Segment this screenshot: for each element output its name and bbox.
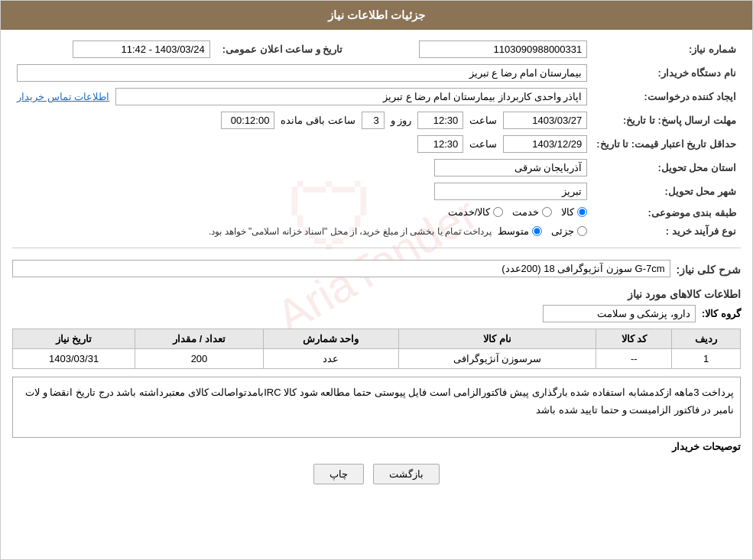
process-label: نوع فرآیند خرید : — [592, 222, 741, 240]
province-label: استان محل تحویل: — [592, 156, 741, 180]
need-desc-label: شرح کلی نیاز: — [677, 264, 741, 276]
price-time-label: ساعت — [469, 138, 497, 150]
buyer-org-value: بیمارستان امام رضا ع تبریز — [17, 64, 587, 82]
button-bar: بازگشت چاپ — [12, 464, 741, 484]
cell-qty: 200 — [135, 349, 264, 369]
process-note: پرداخت تمام یا بخشی از مبلغ خرید، از محل… — [209, 226, 492, 237]
col-code: کد کالا — [596, 329, 672, 349]
col-unit: واحد شمارش — [263, 329, 398, 349]
process-option-jozii[interactable]: جزئی — [551, 225, 587, 237]
col-name: نام کالا — [398, 329, 596, 349]
category-option-khadamat[interactable]: خدمت — [512, 206, 552, 218]
cell-row: 1 — [672, 349, 741, 369]
city-label: شهر محل تحویل: — [592, 180, 741, 203]
cell-name: سرسوزن آنژیوگرافی — [398, 349, 596, 369]
category-radio-kala[interactable] — [577, 207, 587, 217]
buyer-notes-box: پرداخت 3ماهه ازکدمشابه استفاده شده بارگذ… — [12, 377, 741, 438]
category-radio-group: کالا خدمت کالا/خدمت — [448, 206, 588, 218]
announce-date-label: تاریخ و ساعت اعلان عمومی: — [215, 37, 348, 61]
category-radio-both[interactable] — [493, 207, 503, 217]
category-label-khadamat: خدمت — [512, 206, 539, 218]
requester-label: ایجاد کننده درخواست: — [592, 85, 741, 108]
process-radio-jozii[interactable] — [577, 226, 587, 236]
buyer-org-label: نام دستگاه خریدار: — [592, 61, 741, 85]
page-header: جزئیات اطلاعات نیاز — [1, 1, 752, 30]
requester-value: اپاذر واحدی کاربرداز بیمارستان امام رضا … — [115, 88, 587, 105]
buyer-notes-text: پرداخت 3ماهه ازکدمشابه استفاده شده بارگذ… — [25, 387, 734, 416]
category-option-kala[interactable]: کالا — [561, 206, 587, 218]
reply-time-label: ساعت — [469, 115, 497, 126]
table-row: 1 -- سرسوزن آنژیوگرافی عدد 200 1403/03/3… — [13, 349, 741, 369]
col-qty: تعداد / مقدار — [135, 329, 264, 349]
cell-unit: عدد — [263, 349, 398, 369]
process-option-motavaset[interactable]: متوسط — [498, 225, 542, 237]
announce-date-value: 1403/03/24 - 11:42 — [73, 40, 210, 58]
back-button[interactable]: بازگشت — [373, 464, 440, 484]
col-date: تاریخ نیاز — [13, 329, 135, 349]
buyer-notes-label: توصیحات خریدار — [12, 441, 741, 452]
category-option-both[interactable]: کالا/خدمت — [448, 206, 504, 218]
province-value: آذربایجان شرقی — [434, 159, 587, 176]
print-button[interactable]: چاپ — [313, 464, 364, 484]
process-label-jozii: جزئی — [551, 225, 574, 237]
reply-date: 1403/03/27 — [503, 112, 587, 129]
page-title: جزئیات اطلاعات نیاز — [328, 8, 425, 21]
cell-code: -- — [596, 349, 672, 369]
price-deadline-label: حداقل تاریخ اعتبار قیمت: تا تاریخ: — [592, 132, 741, 156]
reply-remain: 00:12:00 — [221, 112, 274, 129]
reply-deadline-label: مهلت ارسال پاسخ: تا تاریخ: — [592, 108, 741, 132]
need-number-value: 1103090988000331 — [419, 40, 587, 58]
goods-group-value: دارو، پزشکی و سلامت — [543, 305, 696, 322]
reply-time: 12:30 — [417, 112, 463, 129]
reply-days-label: روز و — [391, 115, 412, 126]
need-number-label: شماره نیاز: — [592, 37, 741, 61]
reply-days: 3 — [362, 112, 385, 129]
goods-table: ردیف کد کالا نام کالا واحد شمارش تعداد /… — [12, 329, 741, 369]
process-radio-group: جزئی متوسط — [498, 225, 587, 237]
cell-date: 1403/03/31 — [13, 349, 135, 369]
process-label-motavaset: متوسط — [498, 225, 529, 237]
reply-remain-label: ساعت باقی مانده — [281, 115, 355, 126]
goods-info-title: اطلاعات کالاهای مورد نیاز — [12, 288, 741, 300]
price-time: 12:30 — [417, 135, 463, 153]
process-radio-motavaset[interactable] — [532, 226, 542, 236]
category-label-kala: کالا — [561, 206, 574, 218]
category-radio-khadamat[interactable] — [542, 207, 552, 217]
requester-contact-link[interactable]: اطلاعات تماس خریدار — [17, 91, 109, 102]
category-label-both: کالا/خدمت — [448, 206, 491, 218]
city-value: تبریز — [434, 183, 587, 200]
need-desc-value: G-7cm سوزن آنژیوگرافی 18 (200عدد) — [12, 260, 670, 277]
col-row: ردیف — [672, 329, 741, 349]
goods-group-label: گروه کالا: — [702, 308, 741, 319]
price-date: 1403/12/29 — [503, 135, 587, 153]
category-label: طبقه بندی موضوعی: — [592, 203, 741, 222]
